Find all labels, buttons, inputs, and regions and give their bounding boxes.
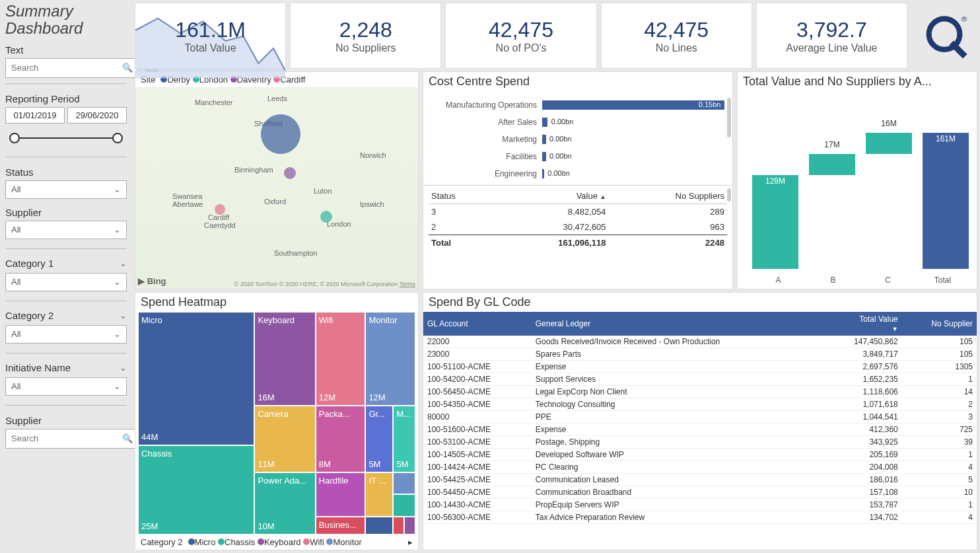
col-status[interactable]: Status: [429, 188, 493, 204]
scrollbar[interactable]: [727, 188, 731, 202]
legend-more-icon[interactable]: ▸: [408, 537, 413, 547]
table-row[interactable]: 230,472,605963: [429, 219, 727, 235]
table-row[interactable]: 38,482,054289: [429, 204, 727, 220]
table-row[interactable]: 100-54350-ACMETechnology Consulting1,071…: [423, 398, 977, 411]
table-row[interactable]: 100-14424-ACMEPC Clearing204,0084: [423, 461, 977, 474]
cat2-select[interactable]: All⌄: [5, 325, 127, 344]
cost-centre-card[interactable]: Cost Centre Spend Manufacturing Operatio…: [423, 71, 733, 289]
text-search-box[interactable]: 🔍: [5, 58, 139, 78]
slider-thumb-end[interactable]: [112, 133, 123, 143]
kpi-label: No Suppliers: [335, 42, 396, 54]
init-select[interactable]: All⌄: [5, 377, 127, 396]
col-value[interactable]: Value ▲: [493, 188, 609, 204]
heatmap-cell[interactable]: Gr... 5M: [365, 406, 393, 472]
heatmap-card[interactable]: Spend Heatmap Micro 44M Chassis 25M Keyb…: [135, 292, 419, 550]
status-table[interactable]: Status Value ▲ No Suppliers 38,482,05428…: [423, 185, 732, 289]
table-row[interactable]: 100-54425-ACMECommunication Leased186,01…: [423, 474, 977, 486]
gl-card[interactable]: Spend By GL Code GL Account General Ledg…: [423, 292, 977, 550]
table-row[interactable]: 100-54450-ACMECommunication Broadband157…: [423, 486, 977, 499]
table-row[interactable]: 80000PPE1,044,5413: [423, 411, 977, 424]
heatmap-cell[interactable]: Chassis 25M: [138, 445, 254, 535]
legend-dot[interactable]: [258, 538, 264, 545]
kpi-no-lines[interactable]: 42,475 No Lines: [601, 3, 752, 69]
map-bubble-derby[interactable]: [261, 114, 300, 154]
kpi-no-suppliers[interactable]: 2,248 No Suppliers: [290, 3, 441, 69]
supplier-search-input[interactable]: [11, 433, 122, 443]
table-row[interactable]: 100-54200-ACMESupport Services1,652,2351: [423, 373, 977, 386]
cc-bar-row[interactable]: Manufacturing Operations 0.15bn: [431, 96, 724, 114]
cell-name: Keyboard: [258, 315, 312, 325]
chevron-down-icon[interactable]: ⌄: [120, 363, 127, 373]
heatmap-cell[interactable]: IT ...: [365, 472, 393, 517]
cc-bar-row[interactable]: Marketing 0.00bn: [431, 131, 724, 148]
legend-dot[interactable]: [303, 538, 310, 545]
wf-bar[interactable]: 128M: [751, 118, 800, 269]
table-row[interactable]: 100-53100-ACMEPostage, Shipping343,92539: [423, 436, 977, 449]
table-row[interactable]: 100-56300-ACMETax Advice Preparation Rev…: [423, 511, 977, 524]
supplier-select[interactable]: All⌄: [5, 221, 127, 239]
wf-bar[interactable]: 161M: [921, 118, 970, 269]
col-gl-account[interactable]: GL Account: [423, 312, 532, 336]
heatmap-cell[interactable]: Hardfile: [316, 472, 366, 517]
chevron-down-icon[interactable]: ⌄: [120, 258, 127, 268]
heatmap-cell[interactable]: [393, 472, 415, 495]
status-select[interactable]: All⌄: [5, 180, 127, 199]
heatmap-cell[interactable]: Micro 44M: [138, 312, 254, 445]
table-row[interactable]: 100-56450-ACMELegal ExpCorp Non Client1,…: [423, 386, 977, 398]
heatmap-cell[interactable]: [393, 494, 415, 517]
cat1-select[interactable]: All⌄: [5, 273, 127, 291]
table-row[interactable]: 100-14430-ACMEPropEquip Servers WIP153,7…: [423, 499, 977, 511]
kpi-avg-line-value[interactable]: 3,792.7 Average Line Value: [756, 3, 907, 69]
table-row[interactable]: 100-51100-ACMEExpense2,697,5761305: [423, 361, 977, 373]
date-to[interactable]: 29/06/2020: [67, 107, 127, 124]
col-no-supplier[interactable]: No Supplier: [902, 312, 977, 336]
map-card[interactable]: Site Derby London Daventry Cardiff Manch…: [135, 71, 419, 289]
cc-value: 0.00bn: [547, 169, 570, 177]
col-suppliers[interactable]: No Suppliers: [609, 188, 728, 204]
heatmap-cell[interactable]: Packa... 8M: [316, 406, 366, 472]
legend-dot[interactable]: [326, 538, 333, 545]
legend-dot[interactable]: [218, 538, 225, 545]
heatmap-cell[interactable]: Camera 11M: [254, 406, 315, 472]
heatmap-cell[interactable]: Wifi 12M: [316, 312, 366, 406]
wf-bar[interactable]: 16M: [864, 118, 913, 269]
kpi-value: 2,248: [339, 18, 392, 42]
table-row[interactable]: 23000Spares Parts3,849,717105: [423, 348, 977, 361]
heatmap-cell[interactable]: Keyboard 16M: [254, 312, 315, 406]
supplier-search-box[interactable]: 🔍: [5, 429, 139, 449]
chevron-down-icon[interactable]: ⌄: [120, 311, 127, 320]
legend-dot[interactable]: [188, 538, 195, 545]
col-general-ledger[interactable]: General Ledger: [532, 312, 823, 336]
scrollbar[interactable]: [727, 98, 731, 137]
kpi-total-value[interactable]: 161.1M Total Value: [135, 3, 286, 69]
cc-bar-row[interactable]: Engineering 0.00bn: [431, 165, 724, 182]
table-row[interactable]: 100-51600-ACMEExpense412,360725: [423, 424, 977, 436]
slider-thumb-start[interactable]: [9, 133, 20, 143]
map-bubble-london[interactable]: [320, 211, 332, 223]
cell-value: 16M: [258, 392, 312, 402]
heatmap-cell[interactable]: [365, 517, 393, 535]
heatmap-cell[interactable]: M... 5M: [393, 406, 415, 472]
heatmap-cell[interactable]: Busines...: [316, 517, 366, 535]
map-bubble-cardiff[interactable]: [215, 204, 225, 215]
date-range-slider[interactable]: [9, 130, 123, 146]
heatmap-cell[interactable]: Power Ada... 10M: [254, 472, 315, 535]
col-total-value[interactable]: Total Value▼: [823, 312, 901, 336]
terms-link[interactable]: Terms: [400, 281, 416, 287]
map-canvas[interactable]: Manchester Leeds Sheffield Birmingham Lu…: [135, 87, 418, 289]
waterfall-card[interactable]: Total Value and No Suppliers by A... 128…: [737, 71, 977, 289]
date-from[interactable]: 01/01/2019: [5, 107, 65, 124]
cc-bar-row[interactable]: Facilities 0.00bn: [431, 148, 724, 165]
kpi-row: 161.1M Total Value 2,248 No Suppliers 42…: [135, 3, 977, 69]
cc-bar-row[interactable]: After Sales 0.00bn: [431, 114, 724, 131]
sidebar: SummaryDashboard Text 🔍 ⌫ Reporting Peri…: [0, 0, 132, 553]
wf-bar[interactable]: 17M: [808, 118, 857, 269]
text-search-input[interactable]: [11, 63, 122, 73]
heatmap-cell[interactable]: [404, 517, 415, 535]
kpi-no-pos[interactable]: 42,475 No of PO's: [445, 3, 596, 69]
heatmap-cell[interactable]: Monitor 12M: [365, 312, 415, 406]
map-bubble-daventry[interactable]: [284, 167, 296, 179]
heatmap-cell[interactable]: [393, 517, 404, 535]
table-row[interactable]: 100-14505-ACMEDeveloped Software WIP205,…: [423, 449, 977, 461]
table-row[interactable]: 22000Goods Received/Invoice Received - O…: [423, 336, 977, 348]
